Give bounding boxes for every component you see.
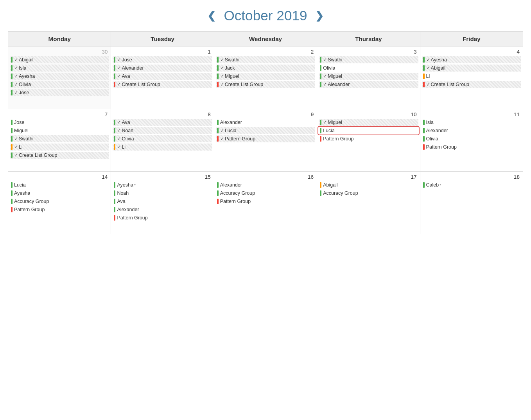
day-cell[interactable]: 18Caleb • bbox=[420, 172, 523, 234]
event-item[interactable]: Alexander bbox=[113, 206, 212, 213]
event-item[interactable]: Ava bbox=[113, 198, 212, 205]
event-item[interactable]: Olivia bbox=[319, 65, 418, 72]
day-cell[interactable]: 8✓ Ava✓ Noah✓ Olivia✓ Li bbox=[111, 109, 214, 172]
event-label: Isla bbox=[426, 120, 434, 125]
event-label: Jose bbox=[14, 120, 24, 125]
event-item[interactable]: ✓ Create List Group bbox=[216, 81, 315, 88]
event-item[interactable]: ✓ Isla bbox=[10, 65, 109, 72]
day-cell[interactable]: 4✓ Ayesha✓ AbigailLi✓ Create List Group bbox=[420, 47, 523, 109]
event-item[interactable]: ✓ Ayesha bbox=[10, 73, 109, 80]
event-color-bar bbox=[11, 82, 13, 87]
day-cell[interactable]: 7JoseMiguel✓ Swathi✓ Li✓ Create List Gro… bbox=[8, 109, 111, 172]
prev-month-button[interactable]: ❮ bbox=[207, 10, 216, 22]
event-item[interactable]: Li bbox=[422, 73, 521, 80]
event-item[interactable]: Abigail bbox=[319, 181, 418, 188]
event-item[interactable]: ✓ Li bbox=[10, 144, 109, 151]
event-item[interactable]: Alexander bbox=[216, 181, 315, 188]
day-cell[interactable]: 10✓ MiguelLuciaPattern Group bbox=[317, 109, 420, 172]
event-item[interactable]: Alexander bbox=[216, 119, 315, 126]
event-item[interactable]: Alexander bbox=[422, 127, 521, 134]
event-item[interactable]: ✓ Lucia bbox=[216, 127, 315, 134]
event-item[interactable]: Isla bbox=[422, 119, 521, 126]
event-item[interactable]: ✓ Olivia bbox=[113, 135, 212, 142]
event-item[interactable]: ✓ Miguel bbox=[216, 73, 315, 80]
event-item[interactable]: Noah bbox=[113, 190, 212, 197]
event-label: Alexander bbox=[328, 82, 350, 87]
event-item[interactable]: Accuracy Group bbox=[216, 190, 315, 197]
event-item[interactable]: ✓ Miguel bbox=[319, 119, 418, 126]
day-number: 4 bbox=[422, 49, 521, 55]
next-month-button[interactable]: ❯ bbox=[315, 10, 324, 22]
event-item[interactable]: ✓ Ava bbox=[113, 119, 212, 126]
day-cell[interactable]: 16AlexanderAccuracy GroupPattern Group bbox=[214, 172, 317, 234]
event-color-bar bbox=[320, 120, 321, 125]
event-item[interactable]: Lucia bbox=[319, 127, 418, 134]
event-item[interactable]: Ayesha • bbox=[113, 181, 212, 188]
event-color-bar bbox=[217, 190, 219, 196]
event-item[interactable]: ✓ Swathi bbox=[319, 56, 418, 63]
day-number: 8 bbox=[113, 111, 212, 117]
event-item[interactable]: ✓ Create List Group bbox=[422, 81, 521, 88]
event-color-bar bbox=[11, 74, 13, 79]
event-item[interactable]: ✓ Create List Group bbox=[10, 152, 109, 159]
event-item[interactable]: ✓ Alexander bbox=[113, 65, 212, 72]
event-item[interactable]: ✓ Create List Group bbox=[113, 81, 212, 88]
day-cell[interactable]: 1✓ Jose✓ Alexander✓ Ava✓ Create List Gro… bbox=[111, 47, 214, 109]
event-color-bar bbox=[320, 82, 321, 87]
event-item[interactable]: ✓ Abigail bbox=[422, 65, 521, 72]
event-item[interactable]: ✓ Jose bbox=[113, 56, 212, 63]
event-label: Create List Group bbox=[19, 153, 57, 158]
day-cell[interactable]: 30✓ Abigail✓ Isla✓ Ayesha✓ Olivia✓ Jose bbox=[8, 47, 111, 109]
event-item[interactable]: ✓ Swathi bbox=[216, 56, 315, 63]
event-item[interactable]: Pattern Group bbox=[216, 198, 315, 205]
event-item[interactable]: Accuracy Group bbox=[10, 198, 109, 205]
event-item[interactable]: ✓ Ava bbox=[113, 73, 212, 80]
day-cell[interactable]: 2✓ Swathi✓ Jack✓ Miguel✓ Create List Gro… bbox=[214, 47, 317, 109]
day-cell[interactable]: 3✓ SwathiOlivia✓ Miguel✓ Alexander bbox=[317, 47, 420, 109]
event-color-bar bbox=[217, 74, 219, 79]
event-color-bar bbox=[114, 57, 115, 63]
event-item[interactable]: Olivia bbox=[422, 135, 521, 142]
event-color-bar bbox=[217, 82, 219, 87]
event-item[interactable]: Lucia bbox=[10, 181, 109, 188]
day-number: 30 bbox=[10, 49, 109, 55]
event-color-bar bbox=[217, 136, 219, 142]
check-icon: ✓ bbox=[220, 57, 224, 63]
event-label: Create List Group bbox=[225, 82, 263, 87]
event-item[interactable]: ✓ Ayesha bbox=[422, 56, 521, 63]
dot-indicator: • bbox=[134, 182, 136, 188]
event-item[interactable]: Ayesha bbox=[10, 190, 109, 197]
event-item[interactable]: ✓ Jose bbox=[10, 89, 109, 96]
event-color-bar bbox=[114, 190, 115, 196]
day-cell[interactable]: 14LuciaAyeshaAccuracy GroupPattern Group bbox=[8, 172, 111, 234]
day-number: 1 bbox=[113, 49, 212, 55]
event-item[interactable]: Pattern Group bbox=[422, 144, 521, 151]
day-cell[interactable]: 9Alexander✓ Lucia✓ Pattern Group bbox=[214, 109, 317, 172]
event-item[interactable]: Pattern Group bbox=[319, 135, 418, 142]
event-item[interactable]: ✓ Noah bbox=[113, 127, 212, 134]
event-color-bar bbox=[11, 199, 13, 204]
event-item[interactable]: ✓ Olivia bbox=[10, 81, 109, 88]
event-label: Swathi bbox=[225, 57, 239, 63]
event-item[interactable]: ✓ Alexander bbox=[319, 81, 418, 88]
event-item[interactable]: Miguel bbox=[10, 127, 109, 134]
event-label: Accuracy Group bbox=[323, 190, 358, 196]
event-item[interactable]: ✓ Abigail bbox=[10, 56, 109, 63]
check-icon: ✓ bbox=[220, 136, 224, 142]
event-item[interactable]: Jose bbox=[10, 119, 109, 126]
event-color-bar bbox=[11, 144, 13, 150]
event-item[interactable]: Pattern Group bbox=[10, 206, 109, 213]
event-item[interactable]: ✓ Pattern Group bbox=[216, 135, 315, 142]
event-item[interactable]: Pattern Group bbox=[113, 214, 212, 221]
day-cell[interactable]: 17AbigailAccuracy Group bbox=[317, 172, 420, 234]
check-icon: ✓ bbox=[117, 65, 121, 71]
day-cell[interactable]: 15Ayesha •NoahAvaAlexanderPattern Group bbox=[111, 172, 214, 234]
event-item[interactable]: ✓ Miguel bbox=[319, 73, 418, 80]
event-item[interactable]: Accuracy Group bbox=[319, 190, 418, 197]
event-item[interactable]: ✓ Swathi bbox=[10, 135, 109, 142]
event-label: Create List Group bbox=[122, 82, 160, 87]
event-item[interactable]: ✓ Li bbox=[113, 144, 212, 151]
event-item[interactable]: ✓ Jack bbox=[216, 65, 315, 72]
day-cell[interactable]: 11IslaAlexanderOliviaPattern Group bbox=[420, 109, 523, 172]
event-item[interactable]: Caleb • bbox=[422, 181, 521, 188]
